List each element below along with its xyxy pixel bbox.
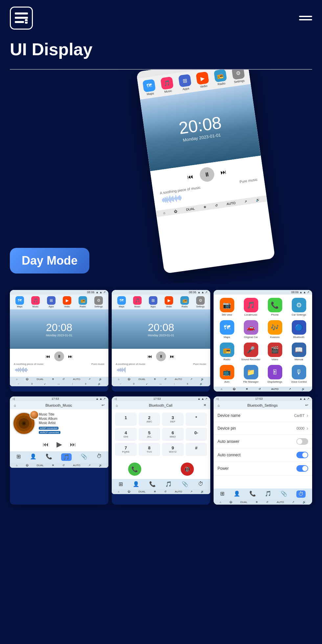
pause-button[interactable]: ⏸ — [199, 166, 215, 183]
mini-status-1: 08:06 ▲ ▲ ↗ — [10, 290, 108, 295]
app-music[interactable]: 🎵 Music — [160, 77, 174, 94]
bt-call-status: ◁ 17:53 ▲ ▲ ↗ — [112, 396, 210, 401]
home-icon-call[interactable]: ⌂ — [116, 403, 118, 407]
home-icon-settings[interactable]: ⌂ — [218, 403, 220, 407]
key-4[interactable]: 4GHI — [115, 428, 137, 441]
mini-music-1: ⏮ ⏸ ⏭ A soothing piece of music Pure mus… — [10, 349, 108, 377]
mini-pause-1[interactable]: ⏸ — [54, 351, 64, 361]
key-6[interactable]: 6MNO — [162, 428, 184, 441]
mini-prev-2[interactable]: ⏮ — [148, 354, 152, 359]
power-toggle[interactable] — [296, 465, 308, 472]
auto-connect-label: Auto connect — [218, 453, 241, 457]
call-button[interactable]: 📞 — [128, 463, 141, 476]
mini-app-maps-1[interactable]: 🗺 Maps — [15, 296, 24, 308]
grid-section: 08:06 ▲ ▲ ↗ 🗺 Maps 🎵 Music ⊞ Apps — [0, 283, 322, 511]
setting-power: Power — [214, 462, 312, 475]
key-7[interactable]: 7PQRS — [115, 443, 137, 456]
app-carsettings[interactable]: ⚙ Car Settings — [289, 298, 309, 316]
bt-music-back[interactable]: ↩ — [102, 403, 104, 407]
mini-bottom-1: ⌂ ⏻ DUAL ❄ ↺ AUTO ↗ 🔊 — [10, 377, 108, 382]
bt-settings-back-btn[interactable]: ↩ — [305, 403, 308, 407]
key-hash[interactable]: # — [186, 443, 207, 456]
mini-next-1[interactable]: ⏭ — [68, 354, 73, 359]
bt-call-bottom: ⊞ 👤 📞 🎵 📎 ⏱ — [112, 479, 210, 489]
bt-settings-bottom: ⊞ 👤 📞 🎵 📎 ⏱ — [214, 489, 312, 500]
mini-next-2[interactable]: ⏭ — [170, 354, 174, 359]
bt-music-status: ◁ 17:53 ▲ ▲ ↗ — [10, 396, 108, 401]
svg-rect-0 — [15, 12, 28, 14]
app-manual[interactable]: 📖 Manual — [289, 343, 309, 361]
key-1[interactable]: 1 — [115, 413, 137, 426]
bt-settings-back[interactable]: ◁ — [216, 397, 218, 400]
mini-app-music-1[interactable]: 🎵 Music — [31, 296, 40, 308]
key-8[interactable]: 8TUV — [139, 443, 160, 456]
next-icon[interactable]: ⏭ — [220, 168, 227, 176]
app-maps[interactable]: 🗺 Maps — [143, 79, 156, 96]
mini-music-right-1: Pure music — [91, 363, 104, 366]
app-phone[interactable]: 📞 Phone — [265, 298, 285, 316]
auto-answer-toggle[interactable] — [296, 438, 308, 445]
end-button[interactable]: 📵 — [181, 463, 194, 476]
mini-app-vedio-2[interactable]: ▶ Vedio — [165, 296, 173, 308]
app-360view[interactable]: 📷 360 view — [217, 298, 237, 316]
bt-settings-screen: ◁ 17:53 ▲ ▲ ↗ ⌂ Bluetooth_Settings ↩ Dev… — [214, 396, 312, 505]
app-localmusic[interactable]: 🎵 Localmusic — [241, 298, 261, 316]
device-name-chevron[interactable]: › — [307, 413, 308, 418]
music-album: Music Album — [39, 417, 61, 420]
bt-music-status-left[interactable]: ◁ — [12, 397, 15, 400]
setting-device-name: Device name CarBT › — [214, 409, 312, 422]
mini-bottom-2: ⌂ ⏻ DUAL ❄ ↺ AUTO ↗ 🔊 — [112, 377, 210, 382]
bt-music-screen: ◁ 17:53 ▲ ▲ ↗ ⌂ Bluetooth_Music ↩ — [10, 396, 108, 468]
app-soundrecorder[interactable]: 🎤 Sound Recorder — [241, 343, 261, 361]
app-kuwooo[interactable]: 🎶 Kuwooo — [265, 320, 285, 339]
home-icon-bt[interactable]: ⌂ — [14, 403, 16, 407]
app-video[interactable]: 🎬 Video — [265, 343, 285, 361]
page-title: UI Display — [10, 39, 312, 59]
auto-connect-toggle[interactable] — [296, 452, 308, 458]
bt-prev[interactable]: ⏮ — [43, 441, 49, 448]
mini-music-label-2: A soothing piece of music — [116, 363, 146, 366]
app-radio[interactable]: 📻 Radio — [214, 70, 227, 86]
app-originalcar[interactable]: 🚗 Original Car — [241, 320, 261, 339]
app-avin[interactable]: 📺 Avin — [217, 365, 237, 383]
mini-appbar-2: 🗺 Maps 🎵 Music ⊞ Apps ▶ Vedio — [112, 295, 210, 309]
bt-play[interactable]: ▶ — [57, 440, 62, 449]
mini-app-settings-2[interactable]: ⚙ Settings — [196, 296, 205, 308]
mini-app-radio-1[interactable]: 📻 Radio — [79, 296, 87, 308]
mini-app-apps-1[interactable]: ⊞ Apps — [47, 296, 56, 308]
hamburger-menu[interactable] — [299, 16, 312, 20]
app-apps[interactable]: ⊞ Apps — [178, 74, 192, 91]
bt-call-close[interactable]: ✕ — [203, 403, 206, 407]
mini-prev-1[interactable]: ⏮ — [46, 354, 50, 359]
grid-cell-apps: 08:06 ▲ ▲ ↗ 📷 360 view 🎵 Localmusic 📞 Ph… — [214, 290, 312, 392]
mini-app-apps-2[interactable]: ⊞ Apps — [149, 296, 157, 308]
bt-next[interactable]: ⏭ — [70, 441, 76, 448]
key-0[interactable]: 0- — [186, 428, 207, 441]
mini-app-maps-2[interactable]: 🗺 Maps — [117, 296, 126, 308]
app-dispsettings[interactable]: 🎚 DispSettings — [265, 365, 285, 383]
prev-icon[interactable]: ⏮ — [187, 173, 194, 180]
key-3[interactable]: 3DEF — [162, 413, 184, 426]
device-pin-chevron[interactable]: › — [307, 425, 308, 431]
mini-app-music-2[interactable]: 🎵 Music — [133, 296, 142, 308]
mini-app-settings-1[interactable]: ⚙ Settings — [94, 296, 103, 308]
app-filemanager[interactable]: 📁 File Manager — [241, 365, 261, 383]
mini-controls-2: ⏮ ⏸ ⏭ — [114, 351, 208, 361]
bt-call-back[interactable]: ◁ — [114, 397, 117, 400]
key-star[interactable]: * — [186, 413, 207, 426]
bt-music-header: ⌂ Bluetooth_Music ↩ — [10, 401, 108, 409]
app-vedio[interactable]: ▶ Vedio — [196, 71, 210, 89]
dialer-grid: 1 2ABC 3DEF * 4GHI 5JKL 6MNO 0- 7PQRS 8T… — [112, 409, 210, 459]
header — [0, 0, 322, 36]
mini-app-radio-2[interactable]: 📻 Radio — [180, 296, 189, 308]
app-maps-grid[interactable]: 🗺 Maps — [217, 320, 237, 339]
key-2[interactable]: 2ABC — [139, 413, 160, 426]
mini-app-vedio-1[interactable]: ▶ Vedio — [63, 296, 71, 308]
key-5[interactable]: 5JKL — [139, 428, 160, 441]
mini-pause-2[interactable]: ⏸ — [156, 351, 166, 361]
app-voicecontrol[interactable]: 🎙 Voice Control — [289, 365, 309, 383]
app-settings[interactable]: ⚙ Settings — [231, 70, 245, 84]
key-9[interactable]: 9WXYZ — [162, 443, 184, 456]
app-radio-grid[interactable]: 📻 Radio — [217, 343, 237, 361]
app-bluetooth-grid[interactable]: 🔵 Bluetooth — [289, 320, 309, 339]
